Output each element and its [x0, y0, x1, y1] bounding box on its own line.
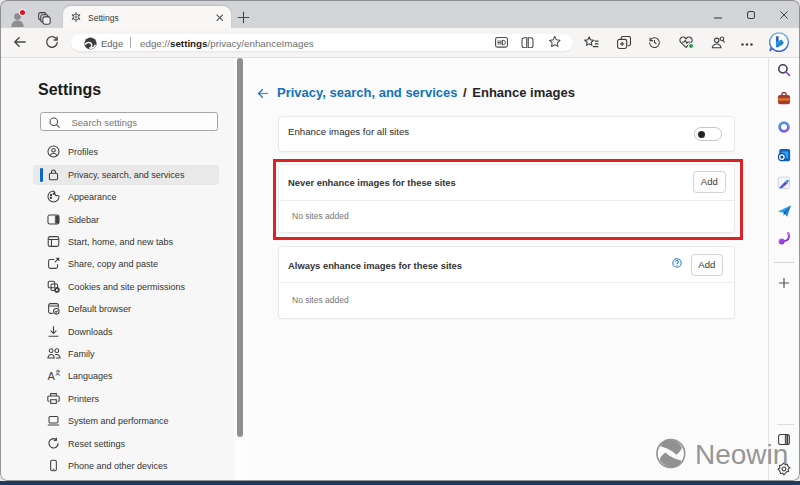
svg-text:A: A — [48, 370, 56, 382]
